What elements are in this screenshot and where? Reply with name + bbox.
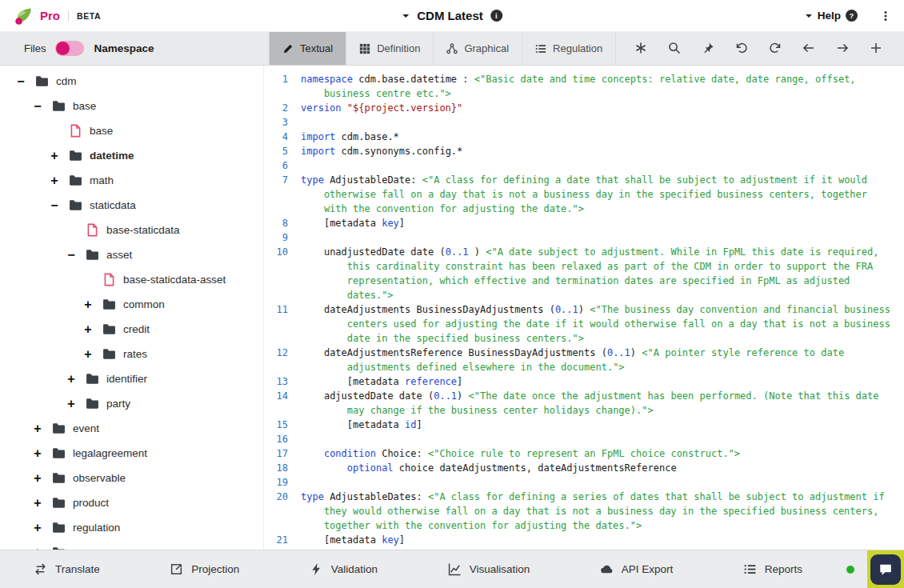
tree-item-staticdata[interactable]: −staticdata (0, 193, 263, 218)
tree-item-party[interactable]: +party (0, 391, 263, 416)
code-text: dateAdjustments BusinessDayAdjustments (… (301, 302, 896, 346)
search-button[interactable] (667, 42, 682, 56)
asterisk-button[interactable] (634, 42, 648, 56)
tab-definition[interactable]: Definition (346, 32, 434, 65)
tree-item-base-staticdata-asset[interactable]: base-staticdata-asset (0, 267, 263, 292)
code-line[interactable]: 3 (264, 115, 896, 130)
expand-icon[interactable]: + (65, 372, 78, 386)
bottom-item-validation[interactable]: Validation (310, 562, 378, 576)
file-icon (69, 124, 82, 138)
collapse-icon[interactable]: − (65, 248, 78, 262)
bottom-item-visualisation[interactable]: Visualisation (448, 562, 530, 576)
code-line[interactable]: 9 (264, 230, 896, 245)
code-line[interactable]: 6 (264, 158, 896, 173)
tree-item-rates[interactable]: +rates (0, 342, 263, 366)
expand-icon[interactable]: + (31, 422, 44, 436)
view-tabs: TextualDefinitionGraphicalRegulation (270, 32, 616, 65)
code-line[interactable]: 4import cdm.base.* (264, 130, 896, 144)
tree-item-product[interactable]: +product (0, 490, 263, 515)
code-line[interactable]: 1namespace cdm.base.datetime : <"Basic d… (264, 72, 896, 101)
code-line[interactable]: 12dateAdjustmentsReference BusinessDayAd… (264, 346, 896, 374)
expand-icon[interactable]: + (82, 347, 94, 362)
plus-button[interactable] (869, 42, 883, 56)
line-number: 11 (264, 302, 301, 317)
bottom-item-projection[interactable]: Projection (170, 562, 239, 576)
arrow-left-button[interactable] (802, 42, 816, 56)
tree-item-math[interactable]: +math (0, 168, 263, 193)
code-line[interactable]: 18optional choice dateAdjustments, dateA… (264, 461, 896, 475)
chat-launcher[interactable] (867, 550, 904, 588)
tree-item-credit[interactable]: +credit (0, 317, 263, 342)
code-line[interactable]: 8[metadata key] (264, 216, 896, 230)
pin-button[interactable] (701, 42, 715, 56)
line-number: 10 (264, 245, 301, 259)
expand-icon[interactable]: + (48, 174, 61, 188)
bottom-item-translate[interactable]: Translate (34, 562, 100, 576)
tab-graphical[interactable]: Graphical (434, 32, 522, 65)
tree-item-event[interactable]: +event (0, 416, 263, 441)
code-line[interactable]: 15[metadata id] (264, 418, 896, 432)
tree-item-datetime[interactable]: +datetime (0, 143, 263, 168)
code-line[interactable]: 16 (264, 432, 896, 446)
tree-item-regulation[interactable]: +regulation (0, 515, 263, 540)
tree-item-legalagreement[interactable]: +legalagreement (0, 441, 263, 466)
expand-icon[interactable]: + (82, 322, 94, 337)
help-menu[interactable]: Help ? (805, 10, 858, 22)
code-line[interactable]: 13[metadata reference] (264, 374, 896, 389)
tree-item-base[interactable]: −base (0, 94, 263, 118)
undo-button[interactable] (734, 42, 749, 56)
kebab-menu-icon[interactable] (880, 10, 891, 22)
file-tree: −cdm−basebase+datetime+math−staticdataba… (0, 66, 264, 588)
code-line[interactable]: 2version "${project.version}" (264, 101, 896, 115)
export-icon (170, 562, 183, 576)
code-line[interactable]: 5import cdm.synonyms.config.* (264, 144, 896, 158)
code-line[interactable]: 7type AdjustableDate: <"A class for defi… (264, 173, 896, 216)
code-line[interactable]: 17condition Choice: <"Choice rule to rep… (264, 446, 896, 461)
tree-item-common[interactable]: +common (0, 292, 263, 317)
collapse-icon[interactable]: − (31, 99, 44, 114)
collapse-icon[interactable]: − (48, 198, 61, 213)
code-line[interactable]: 11dateAdjustments BusinessDayAdjustments… (264, 302, 896, 346)
tree-item-identifier[interactable]: +identifier (0, 366, 263, 391)
line-number: 1 (264, 72, 301, 86)
info-icon[interactable]: i (490, 10, 502, 22)
code-line[interactable]: 10unadjustedDate date (0..1 ) <"A date s… (264, 245, 896, 302)
code-line[interactable]: 14adjustedDate date (0..1) <"The date on… (264, 389, 896, 418)
tree-item-label: base (90, 125, 113, 137)
tab-label: Graphical (464, 42, 509, 54)
bottom-item-api-export[interactable]: API Export (600, 562, 674, 576)
expand-icon[interactable]: + (31, 471, 44, 486)
file-icon (86, 223, 99, 237)
redo-button[interactable] (768, 42, 782, 56)
code-line[interactable]: 20type AdjustableDates: <"A class for de… (264, 490, 896, 533)
tree-item-observable[interactable]: +observable (0, 466, 263, 490)
collapse-icon[interactable]: − (14, 74, 27, 89)
expand-icon[interactable]: + (82, 298, 94, 312)
expand-icon[interactable]: + (65, 397, 78, 411)
tab-textual[interactable]: Textual (270, 32, 346, 65)
expand-icon[interactable]: + (31, 521, 44, 535)
tree-item-cdm[interactable]: −cdm (0, 69, 263, 94)
expand-icon[interactable]: + (48, 149, 61, 163)
expand-icon[interactable]: + (31, 446, 44, 461)
bottom-toolbar-items: TranslateProjectionValidationVisualisati… (0, 562, 846, 576)
bottom-toolbar: TranslateProjectionValidationVisualisati… (0, 550, 904, 588)
code-text (301, 115, 896, 130)
workspace-selector[interactable]: CDM Latest i (402, 9, 502, 22)
tab-label: Definition (377, 42, 420, 54)
rosetta-logo-icon (13, 6, 34, 26)
tab-regulation[interactable]: Regulation (522, 32, 616, 65)
files-namespace-toggle[interactable] (55, 41, 84, 56)
tree-item-base[interactable]: base (0, 118, 263, 143)
bottom-item-reports[interactable]: Reports (743, 562, 802, 576)
undo-icon (735, 42, 748, 54)
chat-button[interactable] (870, 554, 901, 585)
tree-item-label: cdm (56, 75, 77, 87)
tree-item-asset[interactable]: −asset (0, 242, 263, 267)
code-editor[interactable]: 1namespace cdm.base.datetime : <"Basic d… (264, 66, 904, 588)
code-line[interactable]: 21[metadata key] (264, 533, 896, 547)
tree-item-base-staticdata[interactable]: base-staticdata (0, 218, 263, 242)
code-line[interactable]: 19 (264, 475, 896, 490)
expand-icon[interactable]: + (31, 496, 44, 510)
arrow-right-button[interactable] (835, 42, 850, 56)
